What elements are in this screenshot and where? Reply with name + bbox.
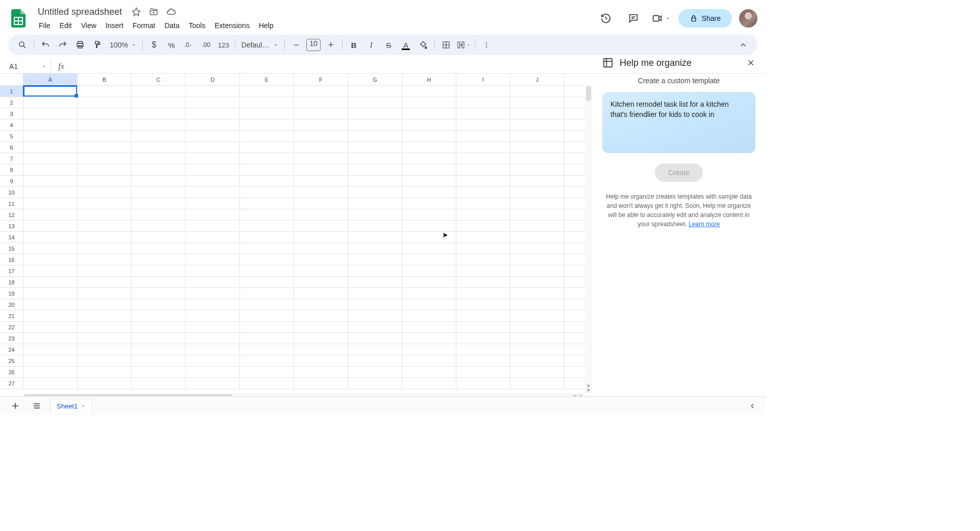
cell[interactable] <box>186 86 240 97</box>
cell[interactable] <box>78 97 132 108</box>
cell[interactable] <box>132 221 186 232</box>
row-header[interactable]: 19 <box>0 288 23 299</box>
decrease-font-icon[interactable]: − <box>288 37 304 53</box>
prompt-textarea[interactable]: Kitchen remodel task list for a kitchen … <box>602 92 755 153</box>
cell[interactable] <box>23 254 78 266</box>
row-header[interactable]: 25 <box>0 355 23 367</box>
cell[interactable] <box>23 277 78 288</box>
cell[interactable] <box>294 378 348 389</box>
cell[interactable] <box>348 176 402 187</box>
cell[interactable] <box>510 310 565 322</box>
cell[interactable] <box>402 355 456 367</box>
cell[interactable] <box>23 322 78 333</box>
cell[interactable] <box>348 86 402 97</box>
cell[interactable] <box>240 187 294 198</box>
create-button[interactable]: Create <box>655 163 703 182</box>
cell[interactable] <box>510 288 565 299</box>
cell[interactable] <box>78 299 132 310</box>
cell[interactable] <box>402 131 456 142</box>
cell[interactable] <box>132 266 186 277</box>
cell[interactable] <box>186 344 240 355</box>
cell[interactable] <box>294 209 348 221</box>
cell[interactable] <box>132 97 186 108</box>
row-header[interactable]: 6 <box>0 142 23 153</box>
increase-font-icon[interactable]: + <box>323 37 339 53</box>
cell[interactable] <box>510 322 565 333</box>
cell[interactable] <box>565 322 585 333</box>
cell[interactable] <box>294 97 348 108</box>
cell[interactable] <box>402 322 456 333</box>
cell[interactable] <box>186 378 240 389</box>
cell[interactable] <box>402 142 456 153</box>
cell[interactable] <box>402 310 456 322</box>
cell[interactable] <box>240 164 294 176</box>
cell[interactable] <box>456 344 510 355</box>
cell[interactable] <box>565 355 585 367</box>
column-header[interactable]: J <box>510 74 565 86</box>
cell[interactable] <box>186 131 240 142</box>
cell[interactable] <box>240 355 294 367</box>
cell[interactable] <box>456 367 510 378</box>
cell[interactable] <box>402 108 456 119</box>
more-tools-icon[interactable] <box>478 37 495 53</box>
cell[interactable] <box>456 164 510 176</box>
cell[interactable] <box>294 119 348 131</box>
cell[interactable] <box>186 266 240 277</box>
cell[interactable] <box>294 344 348 355</box>
vertical-scrollbar[interactable]: ▲▼ <box>585 86 592 393</box>
cell[interactable] <box>348 153 402 164</box>
cell[interactable] <box>240 243 294 254</box>
cell[interactable] <box>348 187 402 198</box>
cell[interactable] <box>402 232 456 243</box>
cell[interactable] <box>23 333 78 344</box>
cell[interactable] <box>510 277 565 288</box>
cell[interactable] <box>510 266 565 277</box>
cell[interactable] <box>78 176 132 187</box>
cell[interactable] <box>565 142 585 153</box>
cell[interactable] <box>240 322 294 333</box>
cell[interactable] <box>510 221 565 232</box>
cell[interactable] <box>186 367 240 378</box>
cell[interactable] <box>23 344 78 355</box>
cell[interactable] <box>565 176 585 187</box>
history-icon[interactable] <box>596 8 616 29</box>
cell[interactable] <box>23 153 78 164</box>
cell[interactable] <box>78 119 132 131</box>
vscroll-thumb[interactable] <box>586 86 591 101</box>
row-header[interactable]: 8 <box>0 164 23 176</box>
cell[interactable] <box>186 288 240 299</box>
font-size-input[interactable]: 10 <box>306 39 321 51</box>
cell[interactable] <box>78 378 132 389</box>
row-header[interactable]: 17 <box>0 266 23 277</box>
cell[interactable] <box>78 344 132 355</box>
cell[interactable] <box>240 288 294 299</box>
cell[interactable] <box>510 378 565 389</box>
cell[interactable] <box>402 187 456 198</box>
cell[interactable] <box>23 367 78 378</box>
cell[interactable] <box>240 221 294 232</box>
percent-icon[interactable]: % <box>163 37 180 53</box>
cell[interactable] <box>186 198 240 209</box>
cell[interactable] <box>186 277 240 288</box>
meet-button[interactable] <box>651 8 671 29</box>
cell[interactable] <box>132 153 186 164</box>
cell[interactable] <box>240 119 294 131</box>
cell[interactable] <box>294 142 348 153</box>
cell[interactable] <box>186 254 240 266</box>
cell[interactable] <box>132 86 186 97</box>
column-header[interactable]: E <box>240 74 294 86</box>
share-button[interactable]: Share <box>678 9 732 28</box>
cell[interactable] <box>294 176 348 187</box>
cell[interactable] <box>565 310 585 322</box>
add-sheet-icon[interactable] <box>7 398 23 414</box>
cell[interactable] <box>132 108 186 119</box>
cell[interactable] <box>510 254 565 266</box>
select-all-corner[interactable] <box>0 74 23 86</box>
vscroll-up-arrow[interactable]: ▲ <box>585 383 592 388</box>
cell[interactable] <box>348 131 402 142</box>
cell[interactable] <box>456 232 510 243</box>
cell[interactable] <box>402 221 456 232</box>
cell[interactable] <box>456 176 510 187</box>
cell[interactable] <box>510 164 565 176</box>
print-icon[interactable] <box>72 37 88 53</box>
